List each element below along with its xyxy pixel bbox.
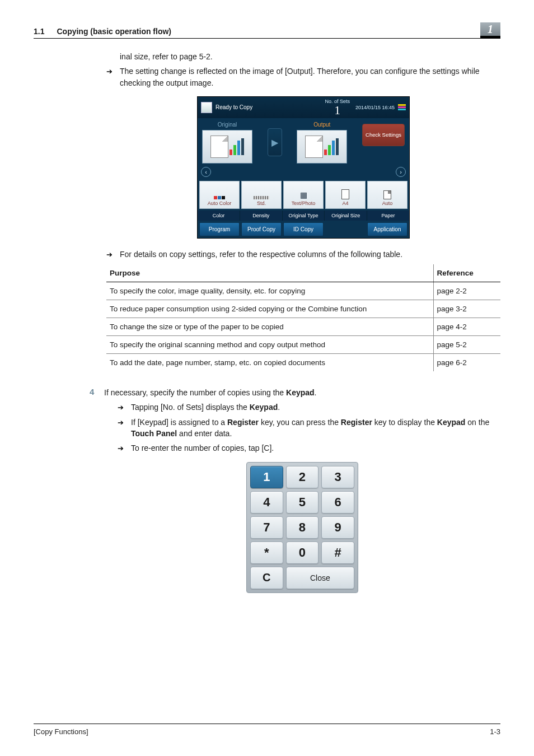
option-color[interactable]: Auto Color xyxy=(199,181,240,209)
th-purpose: Purpose xyxy=(106,264,433,282)
key-0[interactable]: 0 xyxy=(286,542,319,564)
key-8[interactable]: 8 xyxy=(286,516,319,539)
key-star[interactable]: * xyxy=(250,542,283,564)
key-close[interactable]: Close xyxy=(286,567,354,589)
key-9[interactable]: 9 xyxy=(321,516,354,539)
play-arrow-icon[interactable]: ▶ xyxy=(268,128,282,156)
panel-status-bar: Ready to Copy No. of Sets 1 2014/01/15 1… xyxy=(198,97,409,118)
page-header: 1.1 Copying (basic operation flow) 1 xyxy=(34,22,500,39)
option-value: Std. xyxy=(257,200,266,206)
td-reference: page 2-2 xyxy=(433,282,500,300)
key-5[interactable]: 5 xyxy=(286,491,319,514)
text: on the xyxy=(465,418,489,427)
key-6[interactable]: 6 xyxy=(321,491,354,514)
key-7[interactable]: 7 xyxy=(250,516,283,539)
arrow-right-icon: ➔ xyxy=(106,250,114,259)
bullet-text: To re-enter the number of copies, tap [C… xyxy=(131,442,274,454)
toner-indicator-icon xyxy=(398,104,406,110)
bullet-output-setting: ➔ The setting change is reflected on the… xyxy=(106,66,500,88)
td-purpose: To change the size or type of the paper … xyxy=(106,318,433,336)
kw-register: Register xyxy=(227,418,259,427)
chevron-right-icon[interactable]: › xyxy=(396,167,406,177)
section-number: 1.1 xyxy=(34,27,44,36)
chapter-number: 1 xyxy=(488,23,493,36)
td-purpose: To reduce paper consumption using 2-side… xyxy=(106,300,433,318)
kw-touch-panel: Touch Panel xyxy=(131,429,177,438)
kw-keypad: Keypad xyxy=(250,403,278,412)
td-purpose: To add the date, page number, stamp, etc… xyxy=(106,354,433,372)
page-icon xyxy=(341,189,349,199)
fragment-line: inal size, refer to page 5-2. xyxy=(120,51,500,62)
option-value: Auto xyxy=(382,200,393,206)
step-4: 4 If necessary, specify the number of co… xyxy=(34,387,500,592)
key-3[interactable]: 3 xyxy=(321,466,354,488)
original-label: Original xyxy=(218,122,237,128)
key-4[interactable]: 4 xyxy=(250,491,283,514)
text: . xyxy=(278,403,280,412)
timestamp: 2014/01/15 16:45 xyxy=(355,105,395,110)
panel-figure: Ready to Copy No. of Sets 1 2014/01/15 1… xyxy=(106,96,500,239)
table-row: To reduce paper consumption using 2-side… xyxy=(106,300,500,318)
sets-value: 1 xyxy=(325,104,350,116)
option-category: Original Type xyxy=(283,211,325,221)
th-reference: Reference xyxy=(433,264,500,282)
td-reference: page 4-2 xyxy=(433,318,500,336)
spacer xyxy=(325,222,366,236)
key-1[interactable]: 1 xyxy=(250,466,283,488)
key-2[interactable]: 2 xyxy=(286,466,319,488)
program-button[interactable]: Program xyxy=(199,222,240,236)
output-label: Output xyxy=(313,122,330,128)
table-row: To specify the original scanning method … xyxy=(106,336,500,354)
density-ruler-icon xyxy=(254,196,269,199)
application-button[interactable]: Application xyxy=(367,222,407,236)
reference-table: Purpose Reference To specify the color, … xyxy=(106,264,500,371)
table-row: To change the size or type of the paper … xyxy=(106,318,500,336)
color-squares-icon xyxy=(214,196,225,199)
td-reference: page 5-2 xyxy=(433,336,500,354)
id-copy-button[interactable]: ID Copy xyxy=(283,222,324,236)
touch-panel: Ready to Copy No. of Sets 1 2014/01/15 1… xyxy=(197,96,410,239)
arrow-right-icon: ➔ xyxy=(118,403,125,412)
proof-copy-button[interactable]: Proof Copy xyxy=(241,222,282,236)
text: Tapping [No. of Sets] displays the xyxy=(131,403,250,412)
panel-chevron-row: ‹ › xyxy=(198,164,409,179)
option-density[interactable]: Std. xyxy=(241,181,282,209)
chapter-tab: 1 xyxy=(480,22,500,36)
text-photo-icon: ▦ xyxy=(300,190,307,199)
output-thumb-icon xyxy=(297,130,347,164)
text: . xyxy=(315,388,317,397)
check-settings-label: Check Settings xyxy=(366,132,401,138)
text: If necessary, specify the number of copi… xyxy=(104,388,286,397)
td-purpose: To specify the original scanning method … xyxy=(106,336,433,354)
bullet-text: For details on copy settings, refer to t… xyxy=(120,249,402,260)
option-category: Original Size xyxy=(325,211,367,221)
step-bullet-3: ➔ To re-enter the number of copies, tap … xyxy=(118,442,500,454)
chevron-left-icon[interactable]: ‹ xyxy=(201,167,211,177)
step-bullet-2: ➔ If [Keypad] is assigned to a Register … xyxy=(118,417,500,440)
text: If [Keypad] is assigned to a xyxy=(131,418,227,427)
option-original-type[interactable]: ▦ Text/Photo xyxy=(283,181,324,209)
step-bullet-1: ➔ Tapping [No. of Sets] displays the Key… xyxy=(118,402,500,413)
option-category: Color xyxy=(198,211,240,221)
original-thumb-icon xyxy=(202,130,252,164)
option-grid: Auto Color Std. ▦ Text/Photo A4 Auto xyxy=(198,179,409,211)
sets-box[interactable]: No. of Sets 1 xyxy=(325,99,350,116)
text: key to display the xyxy=(372,418,437,427)
kw-keypad: Keypad xyxy=(437,418,466,427)
content: inal size, refer to page 5-2. ➔ The sett… xyxy=(106,51,500,593)
key-clear[interactable]: C xyxy=(250,567,283,589)
arrow-right-icon: ➔ xyxy=(118,444,125,452)
table-row: To add the date, page number, stamp, etc… xyxy=(106,354,500,372)
step-lead: If necessary, specify the number of copi… xyxy=(104,387,500,398)
option-category: Paper xyxy=(367,211,409,221)
text: and enter data. xyxy=(177,429,232,438)
option-original-size[interactable]: A4 xyxy=(325,181,366,209)
page-footer: [Copy Functions] 1-3 xyxy=(34,724,500,736)
key-hash[interactable]: # xyxy=(321,542,354,564)
step-number: 4 xyxy=(90,387,104,592)
panel-bottom-row: Program Proof Copy ID Copy Application xyxy=(198,221,409,238)
check-settings-button[interactable]: Check Settings xyxy=(362,124,405,146)
option-value: Auto Color xyxy=(208,200,232,206)
output-preview: Output xyxy=(297,122,347,164)
option-paper[interactable]: Auto xyxy=(367,181,407,209)
